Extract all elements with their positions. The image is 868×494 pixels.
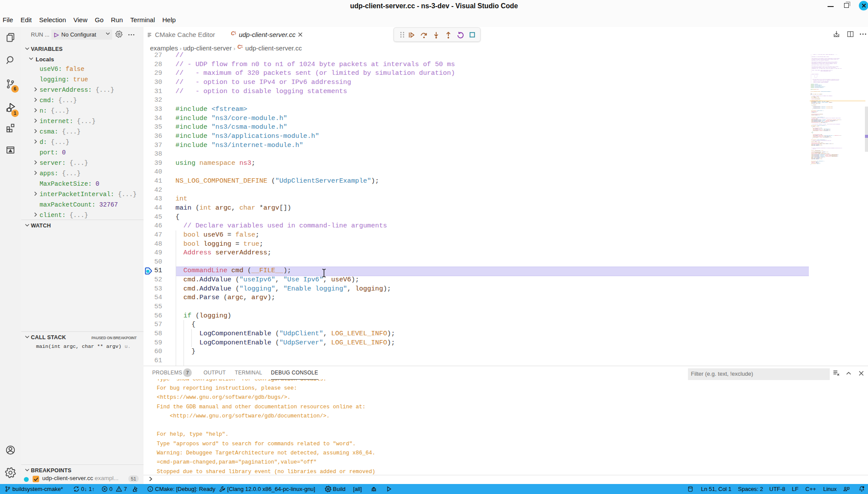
svg-text:C: C <box>231 30 235 37</box>
svg-text:C: C <box>237 44 241 50</box>
